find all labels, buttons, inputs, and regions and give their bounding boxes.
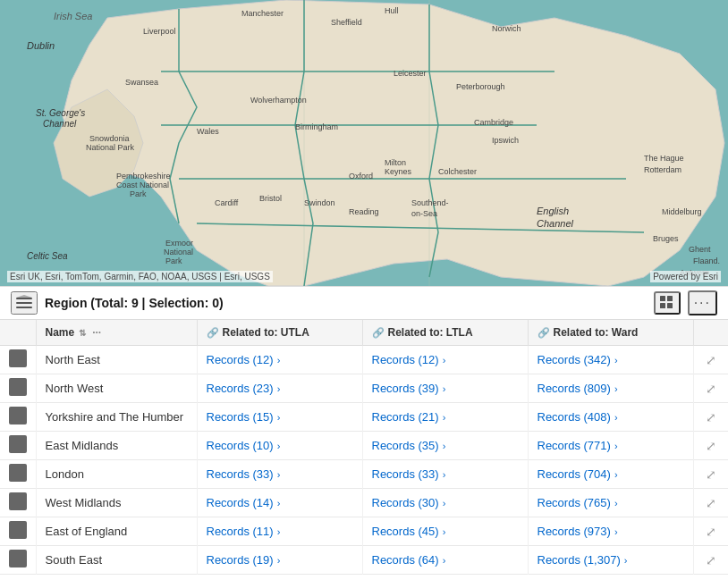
ward-records-link[interactable]: Records (809) ›: [538, 382, 618, 395]
col-ward-label: Related to: Ward: [554, 326, 639, 339]
ltla-records-link[interactable]: Records (45) ›: [372, 525, 446, 538]
ward-records-link[interactable]: Records (1,307) ›: [538, 553, 628, 567]
svg-text:Wales: Wales: [197, 127, 219, 136]
svg-text:Swindon: Swindon: [304, 198, 335, 207]
svg-text:Peterborough: Peterborough: [456, 82, 505, 91]
chevron-right-icon: ›: [277, 412, 281, 423]
chevron-right-icon: ›: [614, 355, 618, 366]
row-icon-cell: [0, 432, 36, 460]
ltla-records-link[interactable]: Records (33) ›: [372, 467, 446, 481]
chevron-right-icon: ›: [277, 469, 281, 480]
expand-icon[interactable]: ⤢: [706, 353, 716, 367]
row-expand-cell[interactable]: ⤢: [693, 432, 728, 460]
svg-rect-59: [667, 303, 673, 308]
chevron-right-icon: ›: [443, 441, 446, 451]
data-table-container: Name ⇅ ··· 🔗 Related to: UTLA 🔗 Related …: [0, 320, 728, 575]
chevron-right-icon: ›: [277, 555, 281, 566]
row-utla-cell: Records (33) ›: [197, 460, 362, 489]
ward-records-link[interactable]: Records (408) ›: [538, 410, 618, 424]
row-expand-cell[interactable]: ⤢: [693, 374, 728, 403]
svg-text:Irish Sea: Irish Sea: [54, 11, 92, 21]
svg-text:Celtic Sea: Celtic Sea: [27, 251, 68, 261]
row-color-icon: [9, 492, 27, 510]
expand-icon[interactable]: ⤢: [706, 525, 716, 539]
row-utla-cell: Records (12) ›: [197, 346, 362, 374]
expand-icon[interactable]: ⤢: [706, 439, 716, 453]
chevron-right-icon: ›: [443, 412, 446, 423]
col-ward: 🔗 Related to: Ward: [528, 320, 693, 346]
col-menu-icon[interactable]: ···: [92, 326, 101, 339]
row-ltla-cell: Records (64) ›: [362, 546, 528, 575]
row-utla-cell: Records (19) ›: [197, 546, 362, 575]
row-ltla-cell: Records (39) ›: [362, 374, 528, 403]
row-expand-cell[interactable]: ⤢: [693, 346, 728, 374]
ltla-records-link[interactable]: Records (12) ›: [372, 353, 446, 366]
row-name-cell: North East: [36, 346, 197, 374]
ward-records-link[interactable]: Records (973) ›: [538, 525, 618, 538]
row-expand-cell[interactable]: ⤢: [693, 546, 728, 575]
utla-records-link[interactable]: Records (15) ›: [207, 410, 281, 424]
svg-text:Southend-: Southend-: [411, 198, 449, 207]
expand-icon[interactable]: ⤢: [706, 382, 716, 396]
ward-records-link[interactable]: Records (342) ›: [538, 353, 618, 366]
chevron-right-icon: ›: [614, 383, 618, 394]
svg-text:Keynes: Keynes: [385, 167, 412, 176]
table-header-row: Name ⇅ ··· 🔗 Related to: UTLA 🔗 Related …: [0, 320, 728, 346]
svg-text:Bruges: Bruges: [653, 234, 679, 243]
link-icon-utla: 🔗: [207, 327, 219, 339]
sort-icon[interactable]: ⇅: [79, 328, 86, 338]
row-expand-cell[interactable]: ⤢: [693, 403, 728, 432]
expand-icon[interactable]: ⤢: [706, 410, 716, 424]
expand-icon[interactable]: ⤢: [706, 553, 716, 567]
link-icon-ward: 🔗: [538, 327, 550, 339]
ward-records-link[interactable]: Records (704) ›: [538, 467, 618, 481]
utla-records-link[interactable]: Records (10) ›: [207, 439, 281, 452]
chevron-right-icon: ›: [443, 555, 446, 566]
chevron-right-icon: ›: [443, 498, 446, 509]
expand-icon[interactable]: ⤢: [706, 467, 716, 482]
ltla-records-link[interactable]: Records (35) ›: [372, 439, 446, 452]
more-options-button[interactable]: ···: [688, 290, 717, 315]
ltla-records-link[interactable]: Records (64) ›: [372, 553, 446, 567]
row-name-cell: Yorkshire and The Humber: [36, 403, 197, 432]
svg-text:Colchester: Colchester: [438, 167, 477, 176]
table-row: Yorkshire and The HumberRecords (15) ›Re…: [0, 403, 728, 432]
row-expand-cell[interactable]: ⤢: [693, 460, 728, 489]
table-row: South EastRecords (19) ›Records (64) ›Re…: [0, 546, 728, 575]
svg-text:Oxford: Oxford: [349, 172, 373, 181]
utla-records-link[interactable]: Records (33) ›: [207, 467, 281, 481]
row-expand-cell[interactable]: ⤢: [693, 517, 728, 546]
utla-records-link[interactable]: Records (23) ›: [207, 382, 281, 395]
svg-rect-52: [16, 298, 32, 299]
ltla-records-link[interactable]: Records (39) ›: [372, 382, 446, 395]
row-color-icon: [9, 521, 27, 539]
row-expand-cell[interactable]: ⤢: [693, 489, 728, 517]
svg-rect-58: [660, 303, 665, 308]
svg-text:Dublin: Dublin: [27, 40, 55, 51]
svg-text:National Park: National Park: [86, 143, 135, 152]
utla-records-link[interactable]: Records (14) ›: [207, 496, 281, 509]
svg-text:Cardiff: Cardiff: [215, 198, 239, 207]
svg-text:Rotterdam: Rotterdam: [644, 165, 681, 174]
utla-records-link[interactable]: Records (11) ›: [207, 525, 281, 538]
expand-icon[interactable]: ⤢: [706, 496, 716, 510]
table-title: Region (Total: 9 | Selection: 0): [45, 296, 647, 310]
layers-icon-button[interactable]: [11, 291, 38, 315]
col-name: Name ⇅ ···: [36, 320, 197, 346]
utla-records-link[interactable]: Records (12) ›: [207, 353, 281, 366]
chevron-right-icon: ›: [277, 383, 281, 394]
row-name-cell: East of England: [36, 517, 197, 546]
utla-records-link[interactable]: Records (19) ›: [207, 553, 281, 567]
row-color-icon: [9, 378, 27, 396]
row-icon-cell: [0, 403, 36, 432]
ward-records-link[interactable]: Records (771) ›: [538, 439, 618, 452]
ltla-records-link[interactable]: Records (30) ›: [372, 496, 446, 509]
ward-records-link[interactable]: Records (765) ›: [538, 496, 618, 509]
col-utla: 🔗 Related to: UTLA: [197, 320, 362, 346]
grid-icon-button[interactable]: [654, 291, 681, 315]
ltla-records-link[interactable]: Records (21) ›: [372, 410, 446, 424]
row-ltla-cell: Records (21) ›: [362, 403, 528, 432]
svg-text:Manchester: Manchester: [241, 9, 284, 18]
chevron-right-icon: ›: [443, 526, 446, 537]
chevron-right-icon: ›: [443, 383, 446, 394]
